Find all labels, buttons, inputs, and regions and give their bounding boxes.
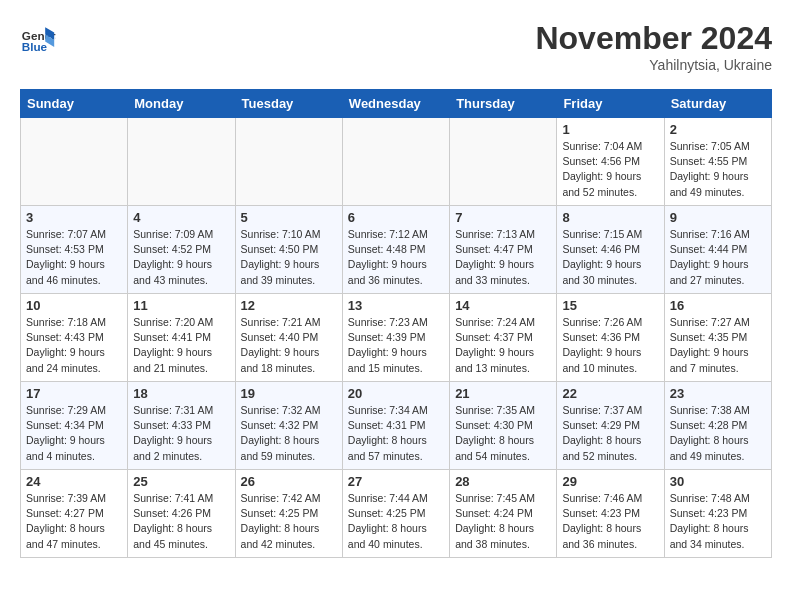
calendar-cell bbox=[21, 118, 128, 206]
calendar-cell: 24Sunrise: 7:39 AM Sunset: 4:27 PM Dayli… bbox=[21, 470, 128, 558]
calendar-cell: 18Sunrise: 7:31 AM Sunset: 4:33 PM Dayli… bbox=[128, 382, 235, 470]
calendar-cell: 22Sunrise: 7:37 AM Sunset: 4:29 PM Dayli… bbox=[557, 382, 664, 470]
location-subtitle: Yahilnytsia, Ukraine bbox=[535, 57, 772, 73]
col-header-sunday: Sunday bbox=[21, 90, 128, 118]
day-number: 1 bbox=[562, 122, 658, 137]
day-number: 7 bbox=[455, 210, 551, 225]
col-header-friday: Friday bbox=[557, 90, 664, 118]
calendar-cell: 27Sunrise: 7:44 AM Sunset: 4:25 PM Dayli… bbox=[342, 470, 449, 558]
day-number: 28 bbox=[455, 474, 551, 489]
day-number: 23 bbox=[670, 386, 766, 401]
day-number: 29 bbox=[562, 474, 658, 489]
calendar-cell: 21Sunrise: 7:35 AM Sunset: 4:30 PM Dayli… bbox=[450, 382, 557, 470]
day-info: Sunrise: 7:29 AM Sunset: 4:34 PM Dayligh… bbox=[26, 403, 122, 464]
calendar-cell: 16Sunrise: 7:27 AM Sunset: 4:35 PM Dayli… bbox=[664, 294, 771, 382]
calendar-cell: 30Sunrise: 7:48 AM Sunset: 4:23 PM Dayli… bbox=[664, 470, 771, 558]
day-number: 11 bbox=[133, 298, 229, 313]
col-header-thursday: Thursday bbox=[450, 90, 557, 118]
day-info: Sunrise: 7:32 AM Sunset: 4:32 PM Dayligh… bbox=[241, 403, 337, 464]
calendar-cell: 12Sunrise: 7:21 AM Sunset: 4:40 PM Dayli… bbox=[235, 294, 342, 382]
day-info: Sunrise: 7:24 AM Sunset: 4:37 PM Dayligh… bbox=[455, 315, 551, 376]
calendar-week-row: 10Sunrise: 7:18 AM Sunset: 4:43 PM Dayli… bbox=[21, 294, 772, 382]
svg-text:Blue: Blue bbox=[22, 40, 48, 53]
day-number: 25 bbox=[133, 474, 229, 489]
calendar-cell: 25Sunrise: 7:41 AM Sunset: 4:26 PM Dayli… bbox=[128, 470, 235, 558]
calendar-cell: 11Sunrise: 7:20 AM Sunset: 4:41 PM Dayli… bbox=[128, 294, 235, 382]
calendar-cell: 2Sunrise: 7:05 AM Sunset: 4:55 PM Daylig… bbox=[664, 118, 771, 206]
day-info: Sunrise: 7:15 AM Sunset: 4:46 PM Dayligh… bbox=[562, 227, 658, 288]
day-info: Sunrise: 7:05 AM Sunset: 4:55 PM Dayligh… bbox=[670, 139, 766, 200]
day-info: Sunrise: 7:04 AM Sunset: 4:56 PM Dayligh… bbox=[562, 139, 658, 200]
day-info: Sunrise: 7:27 AM Sunset: 4:35 PM Dayligh… bbox=[670, 315, 766, 376]
day-number: 20 bbox=[348, 386, 444, 401]
month-title: November 2024 bbox=[535, 20, 772, 57]
calendar-cell: 10Sunrise: 7:18 AM Sunset: 4:43 PM Dayli… bbox=[21, 294, 128, 382]
day-info: Sunrise: 7:48 AM Sunset: 4:23 PM Dayligh… bbox=[670, 491, 766, 552]
day-info: Sunrise: 7:09 AM Sunset: 4:52 PM Dayligh… bbox=[133, 227, 229, 288]
day-number: 22 bbox=[562, 386, 658, 401]
calendar-cell bbox=[235, 118, 342, 206]
day-number: 18 bbox=[133, 386, 229, 401]
calendar-cell bbox=[128, 118, 235, 206]
day-number: 19 bbox=[241, 386, 337, 401]
day-number: 27 bbox=[348, 474, 444, 489]
day-number: 17 bbox=[26, 386, 122, 401]
day-number: 13 bbox=[348, 298, 444, 313]
page-header: General Blue November 2024 Yahilnytsia, … bbox=[20, 20, 772, 73]
calendar-cell: 3Sunrise: 7:07 AM Sunset: 4:53 PM Daylig… bbox=[21, 206, 128, 294]
calendar-week-row: 24Sunrise: 7:39 AM Sunset: 4:27 PM Dayli… bbox=[21, 470, 772, 558]
day-number: 30 bbox=[670, 474, 766, 489]
day-info: Sunrise: 7:07 AM Sunset: 4:53 PM Dayligh… bbox=[26, 227, 122, 288]
day-number: 9 bbox=[670, 210, 766, 225]
day-number: 10 bbox=[26, 298, 122, 313]
logo-icon: General Blue bbox=[20, 20, 56, 56]
calendar-cell: 9Sunrise: 7:16 AM Sunset: 4:44 PM Daylig… bbox=[664, 206, 771, 294]
calendar-cell: 14Sunrise: 7:24 AM Sunset: 4:37 PM Dayli… bbox=[450, 294, 557, 382]
day-info: Sunrise: 7:16 AM Sunset: 4:44 PM Dayligh… bbox=[670, 227, 766, 288]
calendar-cell: 28Sunrise: 7:45 AM Sunset: 4:24 PM Dayli… bbox=[450, 470, 557, 558]
calendar-cell: 26Sunrise: 7:42 AM Sunset: 4:25 PM Dayli… bbox=[235, 470, 342, 558]
day-number: 5 bbox=[241, 210, 337, 225]
calendar-cell: 17Sunrise: 7:29 AM Sunset: 4:34 PM Dayli… bbox=[21, 382, 128, 470]
day-info: Sunrise: 7:10 AM Sunset: 4:50 PM Dayligh… bbox=[241, 227, 337, 288]
day-number: 12 bbox=[241, 298, 337, 313]
calendar-cell: 1Sunrise: 7:04 AM Sunset: 4:56 PM Daylig… bbox=[557, 118, 664, 206]
calendar-cell: 23Sunrise: 7:38 AM Sunset: 4:28 PM Dayli… bbox=[664, 382, 771, 470]
title-block: November 2024 Yahilnytsia, Ukraine bbox=[535, 20, 772, 73]
day-info: Sunrise: 7:12 AM Sunset: 4:48 PM Dayligh… bbox=[348, 227, 444, 288]
day-info: Sunrise: 7:13 AM Sunset: 4:47 PM Dayligh… bbox=[455, 227, 551, 288]
calendar-week-row: 1Sunrise: 7:04 AM Sunset: 4:56 PM Daylig… bbox=[21, 118, 772, 206]
calendar-cell: 15Sunrise: 7:26 AM Sunset: 4:36 PM Dayli… bbox=[557, 294, 664, 382]
day-info: Sunrise: 7:35 AM Sunset: 4:30 PM Dayligh… bbox=[455, 403, 551, 464]
day-number: 16 bbox=[670, 298, 766, 313]
calendar-cell: 4Sunrise: 7:09 AM Sunset: 4:52 PM Daylig… bbox=[128, 206, 235, 294]
calendar-table: SundayMondayTuesdayWednesdayThursdayFrid… bbox=[20, 89, 772, 558]
day-info: Sunrise: 7:34 AM Sunset: 4:31 PM Dayligh… bbox=[348, 403, 444, 464]
calendar-cell: 13Sunrise: 7:23 AM Sunset: 4:39 PM Dayli… bbox=[342, 294, 449, 382]
calendar-cell: 5Sunrise: 7:10 AM Sunset: 4:50 PM Daylig… bbox=[235, 206, 342, 294]
day-number: 8 bbox=[562, 210, 658, 225]
day-info: Sunrise: 7:46 AM Sunset: 4:23 PM Dayligh… bbox=[562, 491, 658, 552]
day-info: Sunrise: 7:42 AM Sunset: 4:25 PM Dayligh… bbox=[241, 491, 337, 552]
calendar-week-row: 3Sunrise: 7:07 AM Sunset: 4:53 PM Daylig… bbox=[21, 206, 772, 294]
day-number: 15 bbox=[562, 298, 658, 313]
calendar-header-row: SundayMondayTuesdayWednesdayThursdayFrid… bbox=[21, 90, 772, 118]
calendar-cell bbox=[342, 118, 449, 206]
day-info: Sunrise: 7:45 AM Sunset: 4:24 PM Dayligh… bbox=[455, 491, 551, 552]
calendar-cell: 7Sunrise: 7:13 AM Sunset: 4:47 PM Daylig… bbox=[450, 206, 557, 294]
calendar-cell: 20Sunrise: 7:34 AM Sunset: 4:31 PM Dayli… bbox=[342, 382, 449, 470]
day-number: 6 bbox=[348, 210, 444, 225]
day-number: 3 bbox=[26, 210, 122, 225]
day-number: 2 bbox=[670, 122, 766, 137]
col-header-wednesday: Wednesday bbox=[342, 90, 449, 118]
day-info: Sunrise: 7:41 AM Sunset: 4:26 PM Dayligh… bbox=[133, 491, 229, 552]
day-info: Sunrise: 7:44 AM Sunset: 4:25 PM Dayligh… bbox=[348, 491, 444, 552]
day-number: 21 bbox=[455, 386, 551, 401]
day-number: 14 bbox=[455, 298, 551, 313]
calendar-cell bbox=[450, 118, 557, 206]
day-info: Sunrise: 7:37 AM Sunset: 4:29 PM Dayligh… bbox=[562, 403, 658, 464]
calendar-cell: 6Sunrise: 7:12 AM Sunset: 4:48 PM Daylig… bbox=[342, 206, 449, 294]
logo: General Blue bbox=[20, 20, 56, 56]
calendar-week-row: 17Sunrise: 7:29 AM Sunset: 4:34 PM Dayli… bbox=[21, 382, 772, 470]
day-number: 24 bbox=[26, 474, 122, 489]
